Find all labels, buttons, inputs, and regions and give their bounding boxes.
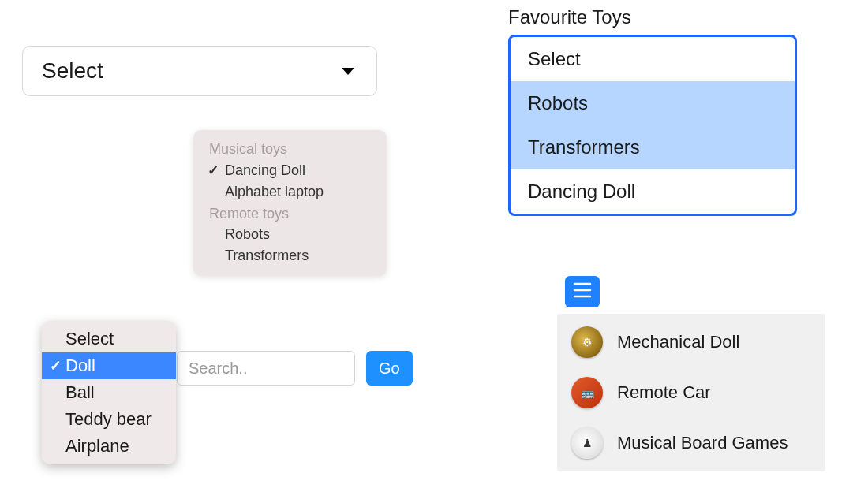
image-list-label: Musical Board Games xyxy=(617,433,788,453)
favourite-toys-label: Favourite Toys xyxy=(508,6,631,28)
option-select[interactable]: ✓ Select xyxy=(42,326,176,352)
image-list-label: Mechanical Doll xyxy=(617,332,739,352)
image-list-item-musical-board-games[interactable]: ♟ Musical Board Games xyxy=(557,418,825,468)
group-option-label: Transformers xyxy=(225,248,309,264)
group-option-transformers[interactable]: Transformers xyxy=(193,245,387,266)
list-option-select[interactable]: Select xyxy=(511,37,795,81)
check-icon: ✓ xyxy=(208,162,225,179)
toy-select-dropdown[interactable]: Select xyxy=(22,46,377,96)
option-label: Select xyxy=(65,329,114,349)
chevron-down-icon xyxy=(339,61,357,80)
toy-select-value: Select xyxy=(42,58,103,84)
go-button[interactable]: Go xyxy=(366,351,413,386)
toy-select-options-popup: ✓ Select ✓ Doll ✓ Ball ✓ Teddy bear ✓ Ai… xyxy=(42,321,176,464)
group-header: Musical toys xyxy=(193,138,387,159)
favourite-toys-listbox[interactable]: Select Robots Transformers Dancing Doll xyxy=(508,35,797,216)
option-airplane[interactable]: ✓ Airplane xyxy=(42,433,176,460)
image-list-item-remote-car[interactable]: 🚌 Remote Car xyxy=(557,367,825,418)
image-list-label: Remote Car xyxy=(617,382,711,403)
option-ball[interactable]: ✓ Ball xyxy=(42,379,176,406)
image-list-item-mechanical-doll[interactable]: ⚙ Mechanical Doll xyxy=(557,317,825,367)
check-icon: ✓ xyxy=(50,357,65,374)
group-header: Remote toys xyxy=(193,203,387,224)
option-label: Airplane xyxy=(65,436,129,456)
image-list: ⚙ Mechanical Doll 🚌 Remote Car ♟ Musical… xyxy=(557,314,825,471)
option-teddy-bear[interactable]: ✓ Teddy bear xyxy=(42,406,176,433)
option-label: Doll xyxy=(65,356,95,376)
option-label: Ball xyxy=(65,382,95,403)
search-input[interactable] xyxy=(177,351,355,386)
option-doll[interactable]: ✓ Doll xyxy=(42,352,176,379)
group-option-dancing-doll[interactable]: ✓ Dancing Doll xyxy=(193,159,387,181)
group-option-alphabet-laptop[interactable]: Alphabet laptop xyxy=(193,181,387,203)
thumb-icon: ⚙ xyxy=(571,326,603,358)
list-option-transformers[interactable]: Transformers xyxy=(511,125,795,169)
hamburger-icon xyxy=(572,281,593,303)
group-option-label: Dancing Doll xyxy=(225,162,305,179)
list-option-dancing-doll[interactable]: Dancing Doll xyxy=(511,169,795,214)
list-option-robots[interactable]: Robots xyxy=(511,81,795,125)
menu-toggle-button[interactable] xyxy=(565,276,600,307)
grouped-options-popup: Musical toys ✓ Dancing Doll Alphabet lap… xyxy=(193,130,387,276)
group-option-label: Robots xyxy=(225,226,270,243)
group-option-label: Alphabet laptop xyxy=(225,184,324,200)
search-row: Go xyxy=(177,351,413,386)
group-option-robots[interactable]: Robots xyxy=(193,224,387,245)
thumb-icon: ♟ xyxy=(571,427,603,459)
thumb-icon: 🚌 xyxy=(571,377,603,408)
option-label: Teddy bear xyxy=(65,409,152,430)
